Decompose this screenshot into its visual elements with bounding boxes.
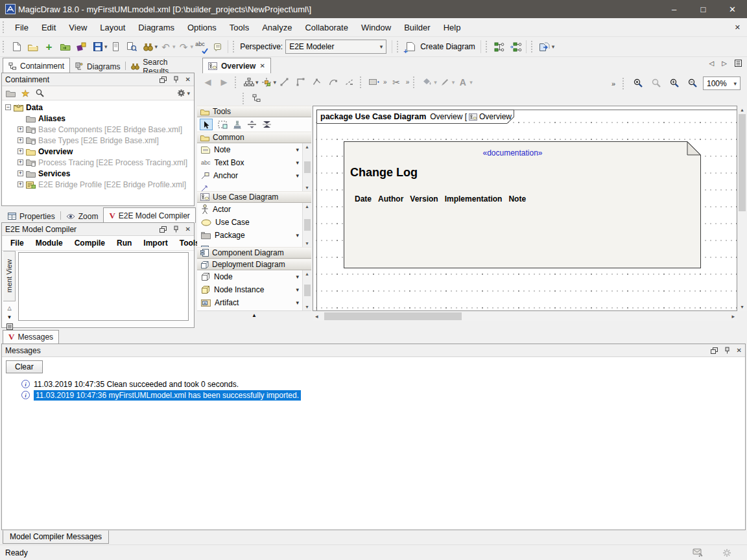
maximize-button[interactable]: □	[689, 0, 718, 18]
message-row-selected[interactable]: i 11.03.2019 10:47:36 myFirstUMLmodel.xm…	[6, 390, 745, 401]
scroll-down-icon[interactable]: ▾	[305, 185, 308, 191]
compiler-menu-compile[interactable]: Compile	[69, 239, 111, 248]
scroll-up-icon[interactable]: ▴	[305, 204, 308, 209]
compiler-menu-run[interactable]: Run	[111, 239, 137, 248]
expand-icon[interactable]: +	[18, 148, 23, 154]
create-diagram-icon[interactable]: +	[403, 39, 419, 55]
palette-section-deployment[interactable]: Deployment Diagram	[197, 259, 311, 270]
item-dropdown-icon[interactable]: ▾	[296, 232, 299, 239]
palette-up-icon[interactable]: ▲	[252, 312, 257, 318]
menu-options[interactable]: Options	[181, 20, 223, 35]
containment-structure2-icon[interactable]	[508, 39, 524, 55]
line-oblique-icon[interactable]	[309, 74, 325, 90]
expand-icon[interactable]: +	[18, 137, 23, 143]
palette-scroll-up-strip[interactable]: ▲	[197, 310, 311, 320]
expand-icon[interactable]: +	[18, 181, 23, 187]
palette-item-artifact[interactable]: A Artifact ▾	[197, 296, 311, 309]
tree-item-aliases[interactable]: Aliases	[2, 113, 194, 124]
vertical-distribute-icon[interactable]	[247, 120, 257, 129]
stamp-tool-button[interactable]	[233, 120, 242, 129]
scroll-thumb[interactable]	[304, 219, 311, 231]
float-panel-icon[interactable]	[160, 76, 167, 83]
palette-item-node[interactable]: Node ▾	[197, 270, 311, 283]
close-button[interactable]: ✕	[718, 0, 747, 18]
line-straight-icon[interactable]	[276, 74, 292, 90]
containment-structure-icon[interactable]	[492, 39, 508, 55]
menubar-close-icon[interactable]: ✕	[735, 23, 741, 32]
tree-item-overview[interactable]: + Overview	[2, 146, 194, 157]
tab-search-results[interactable]: Search Results	[126, 60, 196, 73]
palette-item-note[interactable]: Note ▾	[197, 143, 311, 156]
marquee-tool-button[interactable]	[218, 121, 228, 129]
menu-analyze[interactable]: Analyze	[255, 20, 298, 35]
tab-overview-diagram[interactable]: Overview ✕	[202, 58, 271, 73]
zoom-chevron-icon[interactable]: ▾	[729, 80, 737, 87]
palette-item-text-box[interactable]: abc Text Box ▾	[197, 156, 311, 169]
palette-scrollbar[interactable]: ▴ ▾	[302, 270, 311, 310]
menu-collaborate[interactable]: Collaborate	[298, 20, 355, 35]
perspective-combobox[interactable]: E2E Modeler ▾	[285, 40, 386, 54]
documentation-note[interactable]: «documentation» Change Log Date Author V…	[344, 141, 701, 268]
toolbar-grip[interactable]	[3, 41, 6, 52]
item-dropdown-icon[interactable]: ▾	[296, 286, 299, 293]
expand-icon[interactable]: +	[18, 126, 23, 132]
minimize-button[interactable]: –	[659, 0, 689, 18]
collapse-icon[interactable]: −	[5, 104, 11, 110]
palette-item-node-instance[interactable]: Node Instance ▾	[197, 283, 311, 296]
item-dropdown-icon[interactable]: ▾	[296, 274, 299, 280]
toolbar-overflow-icon[interactable]: »	[611, 80, 615, 88]
quick-search-icon[interactable]	[36, 89, 44, 97]
pin-panel-icon[interactable]	[173, 226, 179, 233]
expand-down-icon[interactable]: ▼	[7, 314, 12, 320]
line-rectilinear-icon[interactable]	[292, 74, 309, 90]
tree-item-process-tracing[interactable]: + Process Tracing [E2E Process Tracing.x…	[2, 157, 194, 168]
scroll-thumb[interactable]	[739, 114, 746, 211]
layout-tree-icon[interactable]	[241, 74, 257, 90]
float-panel-icon[interactable]	[711, 347, 718, 354]
palette-item-clipped[interactable]	[197, 182, 311, 191]
tree-item-base-components[interactable]: + Base Components [E2E Bridge Base.xml]	[2, 124, 194, 135]
scroll-down-icon[interactable]: ▾	[305, 240, 308, 246]
component-view-vertical-tab[interactable]: ment View	[3, 251, 16, 301]
import-profile-button[interactable]	[73, 39, 89, 55]
menu-builder[interactable]: Builder	[397, 20, 436, 35]
item-dropdown-icon[interactable]: ▾	[296, 172, 299, 179]
compiler-menu-module[interactable]: Module	[30, 239, 69, 248]
tab-model-compiler-messages[interactable]: Model Compiler Messages	[3, 530, 109, 544]
palette-scrollbar[interactable]: ▴ ▾	[302, 203, 311, 247]
print-preview-button[interactable]	[124, 39, 140, 55]
item-dropdown-icon[interactable]: ▾	[296, 299, 299, 306]
scroll-left-icon[interactable]: ◂	[315, 313, 318, 320]
scroll-up-icon[interactable]: ▴	[305, 271, 308, 277]
item-dropdown-icon[interactable]: ▾	[296, 146, 299, 153]
menu-tools[interactable]: Tools	[223, 20, 255, 35]
favorites-star-icon[interactable]: ★	[21, 88, 30, 99]
palette-section-tools[interactable]: Tools	[197, 106, 311, 117]
scroll-thumb[interactable]	[304, 285, 311, 296]
close-panel-icon[interactable]: ✕	[737, 347, 742, 354]
new-project-button[interactable]	[8, 39, 25, 55]
message-row[interactable]: i 11.03.2019 10:47:35 Clean succeeded an…	[6, 379, 745, 390]
tab-containment[interactable]: Containment	[3, 58, 70, 73]
menu-file[interactable]: File	[8, 20, 35, 35]
compiler-menu-import[interactable]: Import	[137, 239, 173, 248]
tab-zoom[interactable]: Zoom	[61, 209, 104, 223]
create-diagram-button[interactable]: Create Diagram	[420, 42, 475, 51]
scroll-up-icon[interactable]: ▴	[741, 107, 743, 113]
swimlane-icon[interactable]	[366, 74, 382, 90]
tree-item-e2e-bridge-profile[interactable]: + E2E Bridge Profile [E2E Bridge Profile…	[2, 179, 194, 190]
tree-item-base-types[interactable]: + Base Types [E2E Bridge Base.xml]	[2, 135, 194, 146]
tab-list-icon[interactable]	[735, 60, 742, 67]
expand-icon[interactable]: +	[18, 170, 23, 176]
tree-item-services[interactable]: + Services	[2, 168, 194, 179]
scroll-thumb[interactable]	[324, 312, 462, 320]
item-dropdown-icon[interactable]: ▾	[296, 159, 299, 166]
palette-scrollbar[interactable]: ▴ ▾	[302, 143, 311, 191]
scroll-right-icon[interactable]: ▸	[731, 313, 735, 320]
menu-window[interactable]: Window	[355, 20, 397, 35]
zoom-level-combobox[interactable]: 100% ▾	[703, 76, 741, 90]
line-dashed-icon[interactable]	[341, 74, 357, 90]
open-project-button[interactable]	[25, 39, 41, 55]
swimlane-overflow-icon[interactable]: »	[383, 78, 387, 86]
select-tool-button[interactable]	[200, 119, 213, 130]
